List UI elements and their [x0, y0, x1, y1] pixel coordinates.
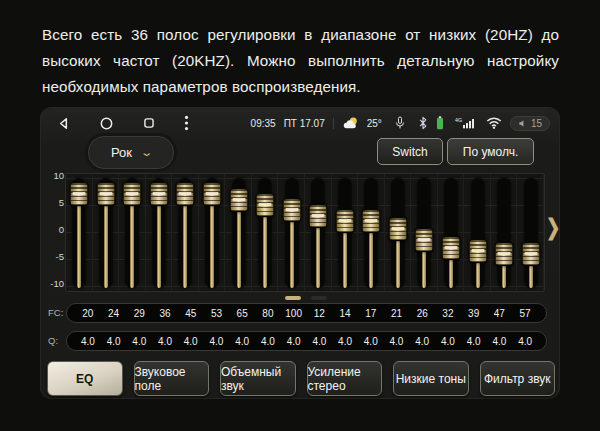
eq-band-slider[interactable]: [278, 174, 305, 291]
network-type-text: 4G: [455, 117, 462, 123]
slider-fill: [77, 194, 81, 288]
q-value: 4.0: [126, 336, 152, 347]
slider-thumb[interactable]: [204, 183, 221, 205]
q-value: 4.0: [229, 336, 255, 347]
slider-fill: [157, 194, 161, 288]
eq-band-slider[interactable]: [464, 174, 491, 291]
slider-fill: [290, 210, 294, 288]
bottom-tab-bar: EQЗвуковое полеОбъемный звукУсиление сте…: [47, 361, 555, 396]
fc-value: 29: [126, 308, 152, 319]
q-row: Q: 4.04.04.04.04.04.04.04.04.04.04.04.04…: [40, 331, 560, 351]
eq-band-slider[interactable]: [358, 174, 385, 291]
fc-value: 17: [358, 308, 384, 319]
eq-band-slider[interactable]: [385, 174, 412, 291]
menu-dots-icon[interactable]: [184, 115, 189, 131]
eq-band-slider[interactable]: [305, 174, 332, 291]
eq-band-slider[interactable]: [172, 174, 199, 291]
fc-value: 14: [332, 308, 358, 319]
slider-thumb[interactable]: [257, 194, 274, 216]
q-value: 4.0: [384, 336, 410, 347]
home-icon[interactable]: [99, 116, 114, 131]
next-page-chevron-icon[interactable]: ❯: [546, 214, 560, 241]
tab-eq[interactable]: EQ: [47, 361, 123, 396]
preset-label: Рок: [111, 145, 132, 160]
eq-band-slider[interactable]: [93, 174, 120, 291]
recents-icon[interactable]: [142, 116, 156, 130]
eq-band-slider[interactable]: [411, 174, 438, 291]
volume-indicator[interactable]: 15: [510, 116, 550, 131]
q-value: 4.0: [255, 336, 281, 347]
slider-thumb[interactable]: [363, 210, 380, 232]
wifi-icon: [486, 117, 502, 129]
slider-thumb[interactable]: [336, 210, 353, 232]
slider-thumb[interactable]: [389, 218, 406, 240]
slider-thumb[interactable]: [230, 189, 247, 211]
page-dot-active[interactable]: [285, 296, 301, 300]
page-dot-inactive[interactable]: [311, 296, 327, 300]
tab-звуковое-поле[interactable]: Звуковое поле: [134, 361, 210, 396]
eq-band-slider[interactable]: [517, 174, 544, 291]
q-label: Q:: [48, 335, 58, 346]
fc-values-pill: 2024293645536580100121417212632394757: [66, 303, 547, 323]
microphone-icon: [394, 116, 406, 130]
slider-thumb[interactable]: [496, 243, 513, 265]
fc-value: 45: [178, 308, 204, 319]
slider-fill: [237, 200, 241, 288]
slider-thumb[interactable]: [97, 183, 114, 205]
slider-thumb[interactable]: [469, 240, 486, 262]
weather-icon: [342, 116, 359, 130]
eq-band-slider[interactable]: [66, 174, 93, 291]
date-text: ПТ 17.07: [284, 118, 325, 129]
status-bar: 09:35 ПТ 17.07 25°: [40, 110, 560, 136]
q-value: 4.0: [358, 336, 384, 347]
fc-value: 100: [281, 308, 307, 319]
q-value: 4.0: [306, 336, 332, 347]
default-button[interactable]: По умолч.: [447, 138, 534, 165]
tab-фильтр-звук[interactable]: Фильтр звук: [480, 361, 556, 396]
slider-thumb[interactable]: [150, 183, 167, 205]
slider-thumb[interactable]: [71, 183, 88, 205]
preset-dropdown[interactable]: Рок ⌄: [88, 136, 174, 169]
slider-thumb[interactable]: [443, 237, 460, 259]
eq-band-slider[interactable]: [225, 174, 252, 291]
eq-slider-grid: [65, 173, 545, 292]
q-value: 4.0: [152, 336, 178, 347]
scale-label: -10: [42, 279, 64, 289]
eq-band-slider[interactable]: [491, 174, 518, 291]
switch-button[interactable]: Switch: [377, 138, 443, 165]
q-value: 4.0: [435, 336, 461, 347]
volume-level-text: 15: [531, 118, 542, 129]
slider-thumb[interactable]: [416, 229, 433, 251]
eq-band-slider[interactable]: [438, 174, 465, 291]
caption-text: Всего есть 36 полос регулировки в диапаз…: [42, 22, 559, 99]
status-divider: [333, 118, 334, 129]
fc-value: 39: [461, 308, 487, 319]
eq-band-slider[interactable]: [119, 174, 146, 291]
q-value: 4.0: [409, 336, 435, 347]
q-value: 4.0: [512, 336, 538, 347]
slider-thumb[interactable]: [310, 205, 327, 227]
battery-icon: [436, 116, 444, 130]
tab-объемный-звук[interactable]: Объемный звук: [220, 361, 296, 396]
nav-buttons: [40, 115, 189, 131]
tab-усиление-стерео[interactable]: Усиление стерео: [307, 361, 383, 396]
slider-thumb[interactable]: [177, 183, 194, 205]
tab-низкие-тоны[interactable]: Низкие тоны: [393, 361, 469, 396]
fc-value: 36: [152, 308, 178, 319]
eq-band-slider[interactable]: [146, 174, 173, 291]
slider-thumb[interactable]: [522, 243, 539, 265]
fc-value: 20: [75, 308, 101, 319]
slider-thumb[interactable]: [124, 183, 141, 205]
slider-fill: [183, 194, 187, 288]
eq-band-slider[interactable]: [332, 174, 359, 291]
eq-band-slider[interactable]: [199, 174, 226, 291]
slider-thumb[interactable]: [283, 199, 300, 221]
q-value: 4.0: [101, 336, 127, 347]
back-icon[interactable]: [56, 116, 71, 131]
q-value: 4.0: [487, 336, 513, 347]
fc-value: 12: [306, 308, 332, 319]
fc-value: 21: [384, 308, 410, 319]
eq-band-slider[interactable]: [252, 174, 279, 291]
temperature-text: 25°: [367, 118, 382, 129]
scale-label: 10: [42, 171, 64, 181]
